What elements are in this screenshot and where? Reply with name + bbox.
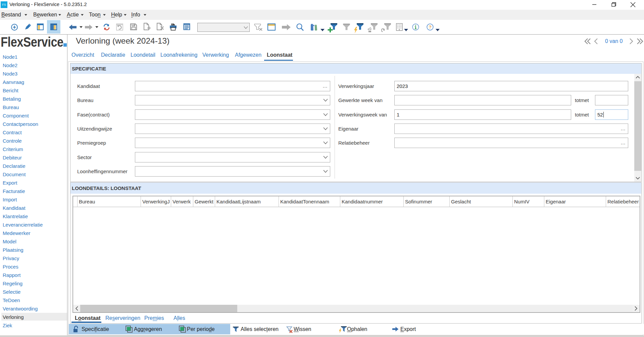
- svg-text:?: ?: [429, 25, 431, 30]
